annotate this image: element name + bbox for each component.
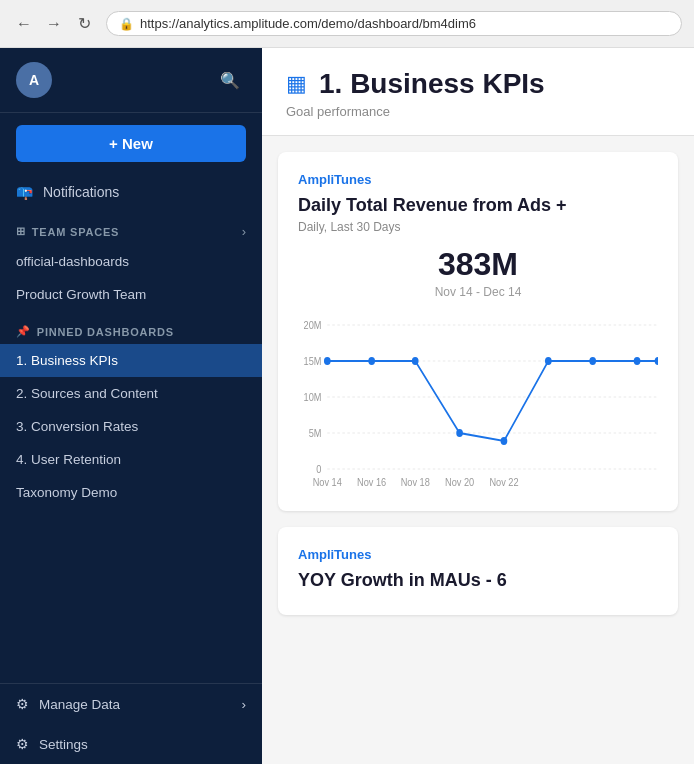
forward-button[interactable]: →: [42, 12, 66, 36]
back-button[interactable]: ←: [12, 12, 36, 36]
card-2-brand: AmpliTunes: [298, 547, 658, 562]
sidebar-item-sources-content[interactable]: 2. Sources and Content: [0, 377, 262, 410]
sidebar-header: A 🔍: [0, 48, 262, 113]
search-button[interactable]: 🔍: [214, 64, 246, 96]
svg-text:Nov 22: Nov 22: [489, 476, 518, 488]
avatar[interactable]: A: [16, 62, 52, 98]
card-1-range: Nov 14 - Dec 14: [298, 285, 658, 299]
manage-data-left: ⚙ Manage Data: [16, 696, 120, 712]
browser-chrome: ← → ↻ 🔒 https://analytics.amplitude.com/…: [0, 0, 694, 48]
settings-item[interactable]: ⚙ Settings: [0, 724, 262, 764]
card-yoy-growth: AmpliTunes YOY Growth in MAUs - 6: [278, 527, 678, 615]
svg-point-16: [589, 357, 596, 365]
svg-point-11: [368, 357, 375, 365]
notifications-label: Notifications: [43, 184, 119, 200]
dashboard-icon: ▦: [286, 71, 307, 97]
pin-icon: 📌: [16, 325, 31, 338]
sidebar-item-conversion-rates[interactable]: 3. Conversion Rates: [0, 410, 262, 443]
team-spaces-label: ⊞ TEAM SPACES: [16, 225, 119, 238]
svg-point-10: [324, 357, 331, 365]
manage-data-label: Manage Data: [39, 697, 120, 712]
svg-text:0: 0: [316, 463, 321, 475]
grid-small-icon: ⊞: [16, 225, 26, 238]
sidebar-item-official-dashboards[interactable]: official-dashboards: [0, 245, 262, 278]
card-daily-revenue: AmpliTunes Daily Total Revenue from Ads …: [278, 152, 678, 511]
svg-text:Nov 20: Nov 20: [445, 476, 474, 488]
svg-text:Nov 18: Nov 18: [401, 476, 430, 488]
svg-point-17: [634, 357, 641, 365]
app-layout: A 🔍 + New 📪 Notifications ⊞ TEAM SPACES …: [0, 48, 694, 764]
card-2-title: YOY Growth in MAUs - 6: [298, 570, 658, 591]
manage-data-item[interactable]: ⚙ Manage Data ›: [0, 684, 262, 724]
svg-point-18: [655, 357, 658, 365]
sidebar-bottom: ⚙ Manage Data › ⚙ Settings: [0, 683, 262, 764]
manage-data-icon: ⚙: [16, 696, 29, 712]
lock-icon: 🔒: [119, 17, 134, 31]
nav-buttons: ← → ↻: [12, 12, 96, 36]
settings-icon: ⚙: [16, 736, 29, 752]
line-chart: 20M 15M 10M 5M 0: [298, 311, 658, 491]
svg-text:20M: 20M: [304, 319, 322, 331]
goal-label: Goal performance: [286, 104, 670, 119]
reload-button[interactable]: ↻: [72, 12, 96, 36]
sidebar-item-business-kpis[interactable]: 1. Business KPIs: [0, 344, 262, 377]
svg-point-12: [412, 357, 419, 365]
svg-text:15M: 15M: [304, 355, 322, 367]
card-1-subtitle: Daily, Last 30 Days: [298, 220, 658, 234]
main-header: ▦ 1. Business KPIs Goal performance: [262, 48, 694, 136]
pinned-dashboards-label: 📌 PINNED DASHBOARDS: [16, 325, 174, 338]
sidebar-item-taxonomy-demo[interactable]: Taxonomy Demo: [0, 476, 262, 509]
sidebar: A 🔍 + New 📪 Notifications ⊞ TEAM SPACES …: [0, 48, 262, 764]
svg-text:Nov 16: Nov 16: [357, 476, 386, 488]
sidebar-item-product-growth-team[interactable]: Product Growth Team: [0, 278, 262, 311]
url-text: https://analytics.amplitude.com/demo/das…: [140, 16, 476, 31]
svg-text:10M: 10M: [304, 391, 322, 403]
svg-point-13: [456, 429, 463, 437]
card-1-brand: AmpliTunes: [298, 172, 658, 187]
svg-point-15: [545, 357, 552, 365]
main-content: ▦ 1. Business KPIs Goal performance Ampl…: [262, 48, 694, 764]
new-button[interactable]: + New: [16, 125, 246, 162]
page-title-row: ▦ 1. Business KPIs: [286, 68, 670, 100]
notifications-item[interactable]: 📪 Notifications: [0, 174, 262, 210]
page-title: 1. Business KPIs: [319, 68, 545, 100]
inbox-icon: 📪: [16, 184, 33, 200]
svg-text:Nov 14: Nov 14: [313, 476, 342, 488]
card-1-value: 383M: [298, 246, 658, 283]
search-icon: 🔍: [220, 71, 240, 90]
team-spaces-chevron[interactable]: ›: [242, 224, 246, 239]
sidebar-item-user-retention[interactable]: 4. User Retention: [0, 443, 262, 476]
team-spaces-section: ⊞ TEAM SPACES ›: [0, 210, 262, 245]
chart-container: 20M 15M 10M 5M 0: [298, 311, 658, 491]
manage-data-chevron: ›: [242, 697, 247, 712]
settings-left: ⚙ Settings: [16, 736, 88, 752]
svg-point-14: [501, 437, 508, 445]
card-1-title: Daily Total Revenue from Ads +: [298, 195, 658, 216]
settings-label: Settings: [39, 737, 88, 752]
svg-text:5M: 5M: [309, 427, 322, 439]
pinned-dashboards-section: 📌 PINNED DASHBOARDS: [0, 311, 262, 344]
address-bar[interactable]: 🔒 https://analytics.amplitude.com/demo/d…: [106, 11, 682, 36]
